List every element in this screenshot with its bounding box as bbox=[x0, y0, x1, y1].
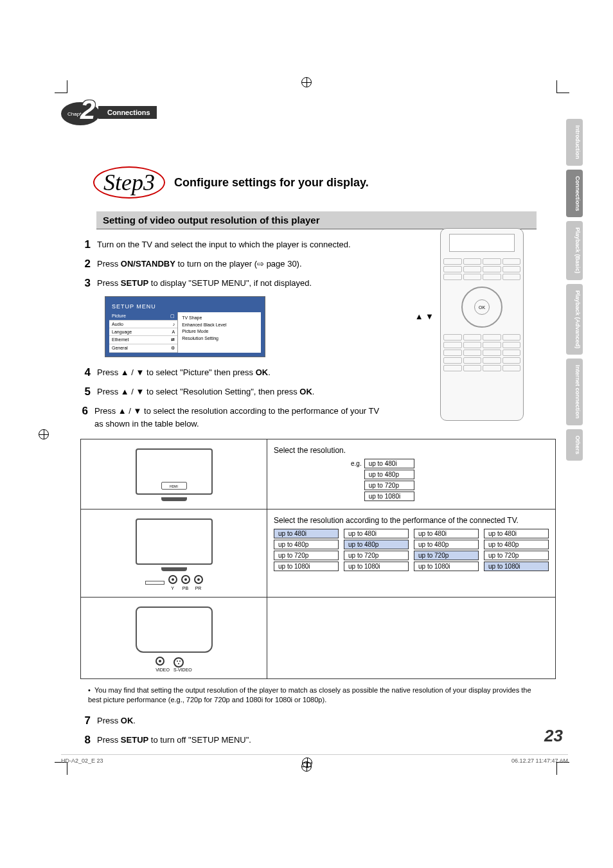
tv-component-diagram: Y PB PR bbox=[81, 509, 267, 598]
step-title: Configure settings for your display. bbox=[174, 176, 369, 190]
tv-icon: ▢ bbox=[170, 314, 175, 319]
language-icon: A bbox=[172, 330, 175, 334]
tab-introduction: Introduction bbox=[566, 119, 583, 166]
ok-button-icon: OK bbox=[474, 299, 490, 315]
resolution-select-composite bbox=[267, 598, 556, 679]
side-nav-tabs: Introduction Connections Playback (Basic… bbox=[566, 119, 583, 461]
resolution-table: HDMI Select the resolution. e.g. up to 4… bbox=[80, 439, 556, 679]
arrows-label: ▲ ▼ bbox=[415, 312, 434, 321]
chapter-title: Connections bbox=[98, 106, 157, 119]
chapter-header: Chapter 2 Connections bbox=[61, 106, 562, 121]
chapter-number: 2 bbox=[80, 94, 95, 125]
step-1: 1 Turn on the TV and select the input to… bbox=[80, 238, 389, 251]
tv-composite-diagram: VIDEO S-VIDEO bbox=[81, 598, 267, 679]
setup-menu-screenshot: SETUP MENU Picture▢ Audio♪ LanguageA Eth… bbox=[105, 296, 265, 357]
tab-playback-advanced: Playback (Advanced) bbox=[566, 284, 583, 355]
tv-hdmi-diagram: HDMI bbox=[81, 439, 267, 509]
remote-diagram: OK bbox=[440, 228, 524, 421]
step-6: 6 Press ▲ / ▼ to select the resolution a… bbox=[80, 405, 389, 430]
tab-internet-connection: Internet connection bbox=[566, 359, 583, 425]
ethernet-icon: ⇄ bbox=[171, 337, 175, 342]
footer-right: 06.12.27 11:47:47 AM bbox=[511, 757, 568, 768]
registration-mark-icon bbox=[39, 429, 49, 439]
tab-playback-basic: Playback (Basic) bbox=[566, 221, 583, 280]
footer-left: HD-A2_02_E 23 bbox=[61, 757, 103, 768]
page-number: 23 bbox=[544, 726, 563, 746]
step-3: 3 Press SETUP to display "SETUP MENU", i… bbox=[80, 277, 389, 290]
step-5: 5 Press ▲ / ▼ to select "Resolution Sett… bbox=[80, 385, 389, 398]
speaker-icon: ♪ bbox=[173, 322, 175, 326]
resolution-select-hdmi: Select the resolution. e.g. up to 480i u… bbox=[267, 439, 556, 509]
tab-others: Others bbox=[566, 429, 583, 461]
gear-icon: ⚙ bbox=[171, 346, 175, 351]
tab-connections: Connections bbox=[566, 170, 583, 218]
registration-mark-icon bbox=[301, 77, 312, 87]
resolution-select-component: Select the resolution according to the p… bbox=[267, 509, 556, 598]
step-2: 2 Press ON/STANDBY to turn on the player… bbox=[80, 258, 389, 270]
step-7: 7 Press OK. bbox=[80, 714, 389, 727]
subheading: Setting of video output resolution of th… bbox=[96, 211, 537, 229]
registration-mark-icon bbox=[302, 757, 312, 768]
note: •You may find that setting the output re… bbox=[88, 686, 543, 705]
step-badge: Step3 bbox=[93, 166, 165, 199]
step-8: 8 Press SETUP to turn off "SETUP MENU". bbox=[80, 734, 389, 747]
dpad-icon: OK bbox=[461, 287, 502, 328]
footer: HD-A2_02_E 23 06.12.27 11:47:47 AM bbox=[61, 754, 568, 768]
step-4: 4 Press ▲ / ▼ to select "Picture" then p… bbox=[80, 366, 389, 379]
